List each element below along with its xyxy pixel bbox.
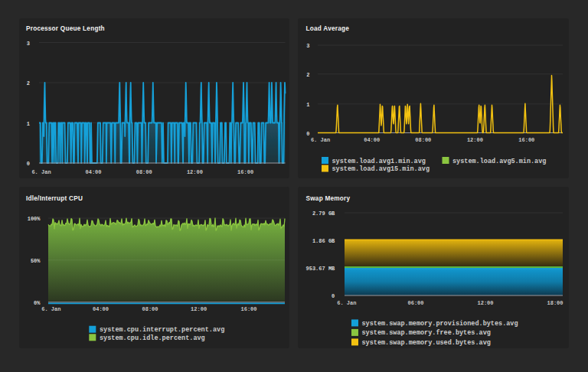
- svg-text:0: 0: [306, 131, 309, 137]
- svg-text:1.86 GB: 1.86 GB: [312, 238, 335, 244]
- svg-text:08:00: 08:00: [415, 137, 431, 143]
- svg-text:0: 0: [332, 293, 335, 299]
- svg-text:12:00: 12:00: [477, 300, 493, 306]
- svg-text:16:00: 16:00: [237, 169, 253, 175]
- svg-text:system.cpu.interrupt.percent.a: system.cpu.interrupt.percent.avg: [100, 326, 224, 334]
- svg-text:system.cpu.idle.percent.avg: system.cpu.idle.percent.avg: [100, 334, 205, 342]
- svg-text:1: 1: [306, 102, 309, 108]
- svg-text:08:00: 08:00: [136, 169, 152, 175]
- svg-text:12:00: 12:00: [191, 306, 207, 312]
- svg-text:953.67 MB: 953.67 MB: [305, 266, 335, 272]
- svg-text:6. Jan: 6. Jan: [337, 300, 356, 306]
- svg-text:16:00: 16:00: [518, 137, 534, 143]
- svg-text:12:00: 12:00: [467, 137, 483, 143]
- svg-text:system.load.avg1.min.avg: system.load.avg1.min.avg: [332, 158, 426, 165]
- svg-text:2.79 GB: 2.79 GB: [312, 210, 335, 217]
- svg-text:Swap Memory: Swap Memory: [306, 195, 351, 202]
- svg-text:Idle/Interrupt CPU: Idle/Interrupt CPU: [26, 195, 83, 202]
- svg-text:100%: 100%: [28, 216, 41, 222]
- svg-text:2: 2: [306, 72, 309, 78]
- svg-text:1: 1: [27, 121, 30, 127]
- svg-text:Processor Queue Length: Processor Queue Length: [26, 25, 105, 32]
- svg-text:system.swap.memory.used.bytes.: system.swap.memory.used.bytes.avg: [362, 339, 491, 347]
- svg-text:2: 2: [27, 80, 30, 86]
- svg-text:12:00: 12:00: [187, 169, 203, 175]
- svg-text:3: 3: [306, 43, 309, 49]
- svg-text:0%: 0%: [34, 300, 41, 306]
- svg-text:Load Average: Load Average: [306, 25, 350, 32]
- svg-text:0: 0: [27, 161, 30, 167]
- svg-text:system.load.avg15.min.avg: system.load.avg15.min.avg: [332, 165, 430, 173]
- svg-text:06:00: 06:00: [407, 300, 423, 306]
- svg-text:16:00: 16:00: [240, 306, 256, 312]
- svg-text:system.load.avg5.min.avg: system.load.avg5.min.avg: [452, 158, 546, 165]
- svg-text:6. Jan: 6. Jan: [311, 137, 330, 143]
- svg-text:6. Jan: 6. Jan: [31, 169, 51, 175]
- svg-text:system.swap.memory.free.bytes.: system.swap.memory.free.bytes.avg: [362, 329, 491, 337]
- svg-text:50%: 50%: [31, 258, 41, 264]
- svg-text:3: 3: [27, 41, 30, 47]
- svg-text:04:00: 04:00: [364, 137, 380, 143]
- svg-text:04:00: 04:00: [85, 169, 101, 175]
- svg-text:08:00: 08:00: [142, 306, 158, 312]
- svg-text:18:00: 18:00: [547, 300, 563, 306]
- svg-text:system.swap.memory.provisioned: system.swap.memory.provisioned.bytes.avg: [362, 320, 518, 328]
- svg-text:6. Jan: 6. Jan: [41, 306, 60, 312]
- svg-text:04:00: 04:00: [93, 306, 109, 312]
